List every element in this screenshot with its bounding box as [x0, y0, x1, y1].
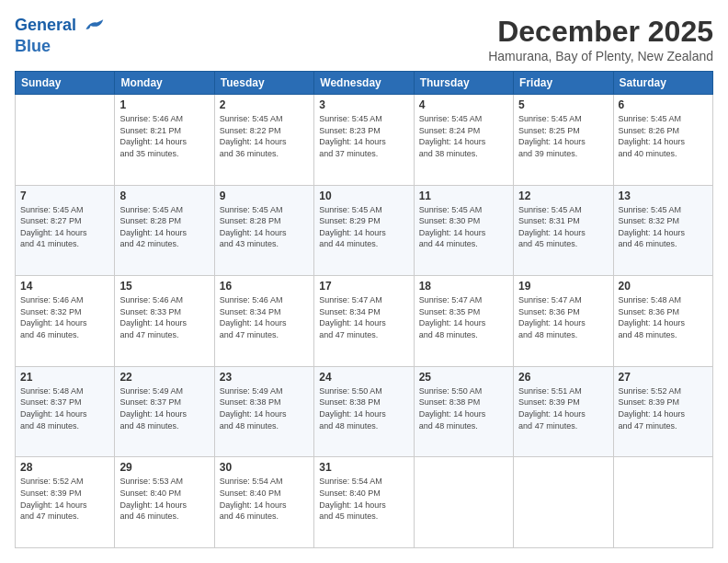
day-number: 22 [119, 371, 209, 384]
calendar-week-row: 21Sunrise: 5:48 AM Sunset: 8:37 PM Dayli… [16, 366, 713, 457]
calendar-cell: 11Sunrise: 5:45 AM Sunset: 8:30 PM Dayli… [414, 185, 513, 276]
calendar-cell: 22Sunrise: 5:49 AM Sunset: 8:37 PM Dayli… [115, 366, 214, 457]
cell-info: Sunrise: 5:45 AM Sunset: 8:25 PM Dayligh… [518, 113, 608, 159]
cell-info: Sunrise: 5:45 AM Sunset: 8:28 PM Dayligh… [220, 204, 309, 250]
calendar-cell: 21Sunrise: 5:48 AM Sunset: 8:37 PM Dayli… [16, 366, 115, 457]
calendar-cell: 15Sunrise: 5:46 AM Sunset: 8:33 PM Dayli… [115, 276, 214, 367]
cell-info: Sunrise: 5:53 AM Sunset: 8:40 PM Dayligh… [119, 476, 209, 522]
calendar-cell: 23Sunrise: 5:49 AM Sunset: 8:38 PM Dayli… [214, 366, 313, 457]
cell-info: Sunrise: 5:46 AM Sunset: 8:21 PM Dayligh… [119, 113, 209, 159]
day-number: 15 [119, 280, 209, 293]
calendar-week-row: 14Sunrise: 5:46 AM Sunset: 8:32 PM Dayli… [16, 276, 713, 367]
day-number: 29 [119, 461, 209, 474]
calendar-cell: 8Sunrise: 5:45 AM Sunset: 8:28 PM Daylig… [115, 185, 214, 276]
day-number: 23 [220, 371, 309, 384]
day-number: 25 [419, 371, 508, 384]
cell-info: Sunrise: 5:45 AM Sunset: 8:32 PM Dayligh… [619, 204, 708, 250]
calendar-cell: 10Sunrise: 5:45 AM Sunset: 8:29 PM Dayli… [314, 185, 414, 276]
calendar-day-header: Friday [514, 72, 613, 95]
calendar-cell [613, 457, 712, 548]
calendar-cell: 27Sunrise: 5:52 AM Sunset: 8:39 PM Dayli… [613, 366, 712, 457]
calendar-cell: 12Sunrise: 5:45 AM Sunset: 8:31 PM Dayli… [514, 185, 613, 276]
day-number: 14 [20, 280, 109, 293]
calendar-cell: 4Sunrise: 5:45 AM Sunset: 8:24 PM Daylig… [414, 95, 513, 186]
subtitle: Hamurana, Bay of Plenty, New Zealand [488, 49, 713, 63]
calendar-cell: 7Sunrise: 5:45 AM Sunset: 8:27 PM Daylig… [16, 185, 115, 276]
calendar-cell: 9Sunrise: 5:45 AM Sunset: 8:28 PM Daylig… [214, 185, 313, 276]
day-number: 28 [20, 461, 109, 474]
day-number: 2 [220, 98, 309, 111]
calendar-cell: 18Sunrise: 5:47 AM Sunset: 8:35 PM Dayli… [414, 276, 513, 367]
calendar-cell [16, 95, 115, 186]
calendar-cell: 13Sunrise: 5:45 AM Sunset: 8:32 PM Dayli… [613, 185, 712, 276]
calendar-day-header: Monday [115, 72, 214, 95]
cell-info: Sunrise: 5:52 AM Sunset: 8:39 PM Dayligh… [20, 476, 109, 522]
calendar-cell: 17Sunrise: 5:47 AM Sunset: 8:34 PM Dayli… [314, 276, 414, 367]
day-number: 1 [119, 98, 209, 111]
header: General Blue December 2025 Hamurana, Bay… [15, 15, 713, 63]
cell-info: Sunrise: 5:49 AM Sunset: 8:38 PM Dayligh… [220, 385, 309, 431]
cell-info: Sunrise: 5:48 AM Sunset: 8:36 PM Dayligh… [619, 294, 708, 340]
day-number: 5 [518, 98, 608, 111]
calendar-cell: 16Sunrise: 5:46 AM Sunset: 8:34 PM Dayli… [214, 276, 313, 367]
calendar-day-header: Saturday [613, 72, 712, 95]
day-number: 9 [220, 190, 309, 202]
day-number: 11 [419, 190, 508, 202]
cell-info: Sunrise: 5:45 AM Sunset: 8:22 PM Dayligh… [220, 113, 309, 159]
day-number: 10 [319, 190, 408, 202]
page: General Blue December 2025 Hamurana, Bay… [0, 0, 728, 563]
calendar-cell: 6Sunrise: 5:45 AM Sunset: 8:26 PM Daylig… [613, 95, 712, 186]
calendar-cell: 19Sunrise: 5:47 AM Sunset: 8:36 PM Dayli… [514, 276, 613, 367]
cell-info: Sunrise: 5:45 AM Sunset: 8:27 PM Dayligh… [20, 204, 109, 250]
cell-info: Sunrise: 5:54 AM Sunset: 8:40 PM Dayligh… [319, 476, 408, 522]
title-block: December 2025 Hamurana, Bay of Plenty, N… [488, 15, 713, 63]
cell-info: Sunrise: 5:45 AM Sunset: 8:31 PM Dayligh… [518, 204, 608, 250]
calendar-cell: 30Sunrise: 5:54 AM Sunset: 8:40 PM Dayli… [214, 457, 313, 548]
calendar-cell: 3Sunrise: 5:45 AM Sunset: 8:23 PM Daylig… [314, 95, 414, 186]
cell-info: Sunrise: 5:47 AM Sunset: 8:36 PM Dayligh… [518, 294, 608, 340]
day-number: 31 [319, 461, 408, 474]
day-number: 8 [119, 190, 209, 202]
day-number: 24 [319, 371, 408, 384]
cell-info: Sunrise: 5:54 AM Sunset: 8:40 PM Dayligh… [220, 476, 309, 522]
cell-info: Sunrise: 5:46 AM Sunset: 8:33 PM Dayligh… [119, 294, 209, 340]
calendar-day-header: Tuesday [214, 72, 313, 95]
cell-info: Sunrise: 5:48 AM Sunset: 8:37 PM Dayligh… [20, 385, 109, 431]
cell-info: Sunrise: 5:45 AM Sunset: 8:24 PM Dayligh… [419, 113, 508, 159]
logo-bird-icon [83, 15, 105, 37]
day-number: 7 [20, 190, 109, 202]
day-number: 18 [419, 280, 508, 293]
calendar-cell: 25Sunrise: 5:50 AM Sunset: 8:38 PM Dayli… [414, 366, 513, 457]
calendar-cell: 24Sunrise: 5:50 AM Sunset: 8:38 PM Dayli… [314, 366, 414, 457]
main-title: December 2025 [488, 15, 713, 49]
cell-info: Sunrise: 5:49 AM Sunset: 8:37 PM Dayligh… [119, 385, 209, 431]
logo-text: General Blue [15, 15, 105, 56]
cell-info: Sunrise: 5:45 AM Sunset: 8:26 PM Dayligh… [619, 113, 708, 159]
cell-info: Sunrise: 5:50 AM Sunset: 8:38 PM Dayligh… [419, 385, 508, 431]
cell-info: Sunrise: 5:45 AM Sunset: 8:29 PM Dayligh… [319, 204, 408, 250]
cell-info: Sunrise: 5:47 AM Sunset: 8:35 PM Dayligh… [419, 294, 508, 340]
day-number: 13 [619, 190, 708, 202]
day-number: 6 [619, 98, 708, 111]
calendar-cell: 31Sunrise: 5:54 AM Sunset: 8:40 PM Dayli… [314, 457, 414, 548]
day-number: 26 [518, 371, 608, 384]
calendar-cell [514, 457, 613, 548]
calendar-week-row: 7Sunrise: 5:45 AM Sunset: 8:27 PM Daylig… [16, 185, 713, 276]
calendar-day-header: Sunday [16, 72, 115, 95]
calendar-cell: 26Sunrise: 5:51 AM Sunset: 8:39 PM Dayli… [514, 366, 613, 457]
cell-info: Sunrise: 5:45 AM Sunset: 8:23 PM Dayligh… [319, 113, 408, 159]
day-number: 19 [518, 280, 608, 293]
logo-general-span: General [15, 16, 76, 34]
calendar-cell [414, 457, 513, 548]
logo-general: General [15, 15, 105, 37]
calendar-week-row: 28Sunrise: 5:52 AM Sunset: 8:39 PM Dayli… [16, 457, 713, 548]
day-number: 3 [319, 98, 408, 111]
calendar-cell: 29Sunrise: 5:53 AM Sunset: 8:40 PM Dayli… [115, 457, 214, 548]
day-number: 27 [619, 371, 708, 384]
logo: General Blue [15, 15, 105, 56]
calendar-day-header: Thursday [414, 72, 513, 95]
calendar-cell: 20Sunrise: 5:48 AM Sunset: 8:36 PM Dayli… [613, 276, 712, 367]
day-number: 17 [319, 280, 408, 293]
calendar-day-header: Wednesday [314, 72, 414, 95]
calendar-cell: 28Sunrise: 5:52 AM Sunset: 8:39 PM Dayli… [16, 457, 115, 548]
